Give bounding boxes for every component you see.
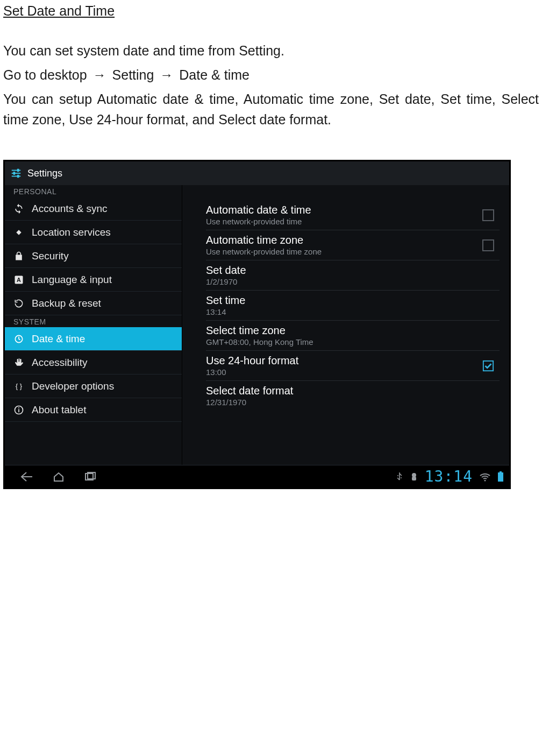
svg-point-17 xyxy=(412,473,416,477)
doc-para2-c: Date & time xyxy=(179,67,249,82)
checkbox-unchecked[interactable] xyxy=(482,209,494,221)
setting-subtitle: Use network-provided time zone xyxy=(206,247,322,256)
sidebar-item-backup[interactable]: Backup & reset xyxy=(5,292,182,315)
usb-debug-icon xyxy=(410,472,418,482)
check-icon xyxy=(482,360,494,372)
setting-title: Select time zone xyxy=(206,324,313,337)
setting-title: Select date format xyxy=(206,385,293,397)
svg-rect-0 xyxy=(12,170,21,171)
setting-title: Use 24-hour format xyxy=(206,355,298,367)
svg-rect-13 xyxy=(18,407,19,408)
sidebar-item-label: Security xyxy=(32,250,69,262)
setting-subtitle: Use network-provided time xyxy=(206,217,311,226)
home-icon[interactable] xyxy=(52,471,65,483)
svg-rect-2 xyxy=(12,176,21,177)
sidebar-item-language[interactable]: A Language & input xyxy=(5,268,182,292)
setting-automatic-date-time[interactable]: Automatic date & time Use network-provid… xyxy=(206,200,500,230)
checkbox-unchecked[interactable] xyxy=(482,239,494,251)
setting-subtitle: 1/2/1970 xyxy=(206,277,246,286)
wifi-icon xyxy=(479,472,491,482)
setting-subtitle: 12/31/1970 xyxy=(206,398,293,407)
sidebar-item-label: Backup & reset xyxy=(32,298,101,309)
svg-rect-1 xyxy=(12,173,21,174)
settings-sidebar: PERSONAL Accounts & sync Location servic… xyxy=(5,185,182,465)
status-clock: 13:14 xyxy=(425,468,473,485)
app-bar: Settings xyxy=(5,161,509,185)
sidebar-item-location[interactable]: Location services xyxy=(5,221,182,244)
setting-select-date-format[interactable]: Select date format 12/31/1970 xyxy=(206,381,500,411)
settings-sliders-icon xyxy=(10,167,22,179)
settings-content: Automatic date & time Use network-provid… xyxy=(182,185,509,465)
sidebar-item-label: About tablet xyxy=(32,404,86,416)
sidebar-item-label: Accessibility xyxy=(32,357,87,369)
svg-rect-20 xyxy=(498,472,503,482)
setting-use-24-hour[interactable]: Use 24-hour format 13:00 xyxy=(206,351,500,381)
arrow-icon: → xyxy=(158,67,175,82)
doc-para2-b: Setting xyxy=(112,67,154,82)
sidebar-item-label: Language & input xyxy=(32,274,112,286)
setting-select-time-zone[interactable]: Select time zone GMT+08:00, Hong Kong Ti… xyxy=(206,321,500,351)
svg-rect-12 xyxy=(18,409,19,412)
back-icon[interactable] xyxy=(20,471,34,483)
app-title: Settings xyxy=(27,168,62,179)
hand-icon xyxy=(13,357,24,368)
setting-subtitle: 13:00 xyxy=(206,368,298,377)
sync-icon xyxy=(13,203,24,214)
info-icon xyxy=(13,405,24,415)
setting-title: Automatic time zone xyxy=(206,234,322,246)
sidebar-item-developer[interactable]: { } Developer options xyxy=(5,375,182,398)
checkbox-checked[interactable] xyxy=(482,360,494,372)
doc-heading: Set Date and Time xyxy=(3,3,539,19)
doc-paragraph-3: You can setup Automatic date & time, Aut… xyxy=(3,89,539,131)
sidebar-item-accessibility[interactable]: Accessibility xyxy=(5,351,182,375)
svg-rect-6 xyxy=(16,230,21,235)
usb-icon xyxy=(396,472,403,482)
location-diamond-icon xyxy=(13,227,24,238)
sidebar-section-personal: PERSONAL xyxy=(5,185,182,197)
sidebar-section-system: SYSTEM xyxy=(5,315,182,327)
svg-rect-18 xyxy=(412,477,416,481)
svg-rect-4 xyxy=(13,172,16,175)
language-a-icon: A xyxy=(13,274,24,285)
svg-point-19 xyxy=(484,479,486,481)
setting-set-time[interactable]: Set time 13:14 xyxy=(206,291,500,321)
recents-icon[interactable] xyxy=(83,471,96,483)
sidebar-item-date-time[interactable]: Date & time xyxy=(5,327,182,351)
svg-text:{ }: { } xyxy=(16,382,23,390)
sidebar-item-label: Developer options xyxy=(32,380,114,392)
svg-text:A: A xyxy=(17,277,21,283)
sidebar-item-security[interactable]: Security xyxy=(5,244,182,268)
setting-subtitle: 13:14 xyxy=(206,307,245,316)
doc-para2-a: Go to desktop xyxy=(3,67,87,82)
sidebar-item-about[interactable]: About tablet xyxy=(5,398,182,422)
setting-automatic-time-zone[interactable]: Automatic time zone Use network-provided… xyxy=(206,230,500,260)
sidebar-item-accounts-sync[interactable]: Accounts & sync xyxy=(5,197,182,221)
setting-set-date[interactable]: Set date 1/2/1970 xyxy=(206,260,500,291)
braces-icon: { } xyxy=(13,381,24,392)
setting-title: Automatic date & time xyxy=(206,204,311,216)
arrow-icon: → xyxy=(91,67,109,82)
setting-title: Set date xyxy=(206,264,246,277)
sidebar-item-label: Accounts & sync xyxy=(32,203,107,215)
doc-paragraph-2: Go to desktop → Setting → Date & time xyxy=(3,65,539,86)
svg-rect-5 xyxy=(17,175,19,178)
svg-rect-21 xyxy=(500,471,502,472)
sidebar-item-label: Date & time xyxy=(32,333,85,345)
setting-subtitle: GMT+08:00, Hong Kong Time xyxy=(206,337,313,347)
lock-icon xyxy=(13,251,24,262)
sidebar-item-label: Location services xyxy=(32,227,111,238)
clock-icon xyxy=(13,334,24,344)
backup-restore-icon xyxy=(13,298,24,309)
system-navigation-bar: 13:14 xyxy=(5,465,509,487)
setting-title: Set time xyxy=(206,294,245,307)
doc-paragraph-1: You can set system date and time from Se… xyxy=(3,40,539,61)
screenshot-settings: Settings PERSONAL Accounts & sync Locati… xyxy=(3,160,511,489)
svg-rect-3 xyxy=(17,169,19,172)
battery-icon xyxy=(497,471,504,482)
